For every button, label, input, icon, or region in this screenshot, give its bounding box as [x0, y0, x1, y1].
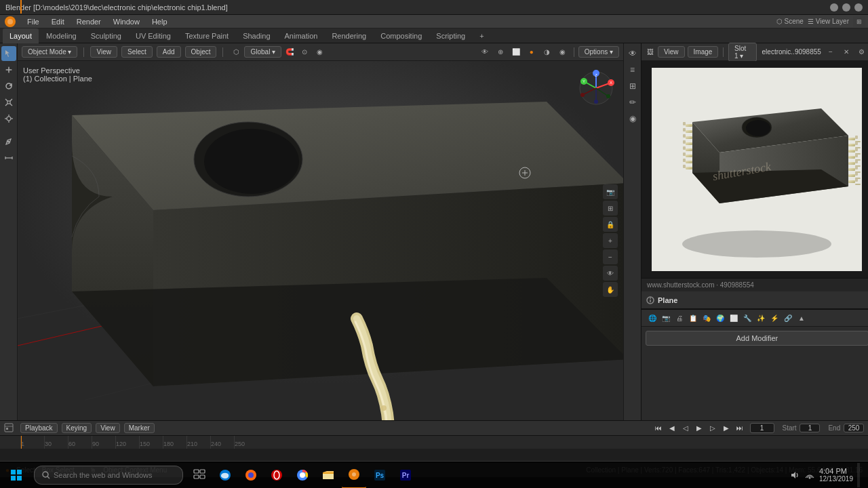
look-icon[interactable]: 👁: [603, 266, 618, 281]
viewport-overlay-icon[interactable]: 👁: [478, 46, 492, 58]
tab-texture-paint[interactable]: Texture Paint: [178, 28, 235, 43]
viewport-options-icon[interactable]: ⊞: [853, 16, 865, 27]
add-modifier-button[interactable]: Add Modifier: [646, 331, 868, 346]
img-close-icon[interactable]: ✕: [840, 46, 853, 58]
window-controls[interactable]: [830, 3, 863, 12]
blender-icon[interactable]: [3, 14, 18, 29]
img-minus-icon[interactable]: −: [824, 46, 837, 58]
tab-uv-editing[interactable]: UV Editing: [129, 28, 178, 43]
start-button[interactable]: [3, 462, 30, 489]
transform-pivot-icon[interactable]: ◉: [313, 46, 326, 58]
menu-file[interactable]: File: [22, 16, 45, 27]
end-frame-input[interactable]: [844, 424, 864, 432]
marker-button[interactable]: Marker: [124, 423, 155, 433]
prop-tab-constraints[interactable]: 🔗: [781, 312, 795, 324]
prop-tab-scene[interactable]: 🌐: [646, 312, 659, 324]
object-mode-button[interactable]: Object Mode: [22, 46, 77, 58]
play-button[interactable]: ▶: [693, 422, 705, 434]
overlay-toggle[interactable]: 👁: [625, 46, 640, 61]
image-viewer-icon[interactable]: 🖼: [646, 46, 655, 58]
taskbar-blender-icon[interactable]: [342, 462, 366, 489]
prop-tab-scene2[interactable]: 🎭: [700, 312, 713, 324]
tab-animation[interactable]: Animation: [278, 28, 325, 43]
object-menu-button[interactable]: Object: [185, 46, 217, 58]
zoom-in-icon[interactable]: +: [603, 233, 618, 248]
proportional-edit-icon[interactable]: ⊙: [298, 46, 311, 58]
view-menu-button[interactable]: View: [90, 46, 117, 58]
pivot-toggle[interactable]: ◉: [625, 111, 640, 126]
tab-rendering[interactable]: Rendering: [325, 28, 373, 43]
taskbar-photoshop-icon[interactable]: Ps: [368, 462, 392, 489]
maximize-button[interactable]: [842, 3, 850, 12]
viewport-canvas[interactable]: User Perspective (1) Collection | Plane …: [18, 61, 623, 420]
viewport-shading-render[interactable]: ◉: [556, 46, 570, 58]
image-slot-button[interactable]: Slot 1 ▾: [728, 43, 756, 62]
taskbar-edge-icon[interactable]: [213, 462, 237, 489]
tab-sculpting[interactable]: Sculpting: [84, 28, 128, 43]
tab-add[interactable]: +: [473, 28, 490, 43]
taskbar-opera-icon[interactable]: [264, 462, 289, 489]
jump-start-button[interactable]: ⏮: [652, 422, 665, 434]
minimize-button[interactable]: [830, 3, 838, 12]
viewport-gizmo-icon[interactable]: ⊕: [494, 46, 507, 58]
tab-compositing[interactable]: Compositing: [374, 28, 429, 43]
next-keyframe-button[interactable]: ▷: [707, 422, 719, 434]
viewport-shading-solid[interactable]: ●: [525, 46, 538, 58]
timeline-view-button[interactable]: View: [96, 423, 120, 433]
next-frame-button[interactable]: ▶: [720, 422, 732, 434]
prev-frame-button[interactable]: ◀: [666, 422, 678, 434]
zoom-out-icon[interactable]: −: [603, 249, 618, 264]
lock-icon[interactable]: 🔒: [603, 217, 618, 232]
prop-tab-view-layer[interactable]: 📋: [686, 312, 700, 324]
prop-tab-render[interactable]: 📷: [659, 312, 673, 324]
prop-tab-data[interactable]: ▲: [795, 312, 808, 324]
menu-render[interactable]: Render: [71, 16, 106, 27]
prop-tab-world[interactable]: 🌍: [713, 312, 727, 324]
options-button[interactable]: Options ▾: [578, 46, 619, 58]
prop-tab-output[interactable]: 🖨: [673, 312, 686, 324]
prop-tab-physics[interactable]: ⚡: [768, 312, 781, 324]
navigation-gizmo[interactable]: Z X Y: [576, 68, 616, 108]
img-settings-icon[interactable]: ⚙: [855, 46, 868, 58]
current-frame-input[interactable]: [750, 423, 774, 433]
taskbar-search-bar[interactable]: [34, 466, 183, 485]
playback-button[interactable]: Playback: [20, 423, 58, 433]
menu-edit[interactable]: Edit: [46, 16, 70, 27]
keying-button[interactable]: Keying: [62, 423, 92, 433]
snap-icon[interactable]: 🧲: [283, 46, 296, 58]
tab-scripting[interactable]: Scripting: [429, 28, 472, 43]
menu-window[interactable]: Window: [108, 16, 145, 27]
taskbar-premiere-icon[interactable]: Pr: [393, 462, 418, 489]
scale-tool-icon[interactable]: [1, 95, 16, 110]
search-input[interactable]: [54, 471, 176, 479]
sidebar-toggle[interactable]: ≡: [625, 62, 640, 77]
viewport-icon-1[interactable]: ⬡: [229, 46, 243, 58]
viewport-shading-material[interactable]: ◑: [540, 46, 554, 58]
taskbar-firefox-icon[interactable]: [239, 462, 263, 489]
taskbar-explorer-icon[interactable]: [316, 462, 340, 489]
measure-tool-icon[interactable]: [1, 150, 16, 165]
viewport-shading-wire[interactable]: ⬜: [509, 46, 523, 58]
prop-tab-particles[interactable]: ✨: [754, 312, 768, 324]
transform-orientation-button[interactable]: Global: [244, 46, 281, 58]
grid-icon[interactable]: ⊞: [603, 201, 618, 216]
start-frame-input[interactable]: [800, 424, 820, 432]
move-tool-icon[interactable]: [1, 62, 16, 77]
show-desktop-button[interactable]: [857, 463, 860, 487]
select-menu-button[interactable]: Select: [121, 46, 153, 58]
menu-help[interactable]: Help: [146, 16, 173, 27]
prop-tab-modifier[interactable]: 🔧: [741, 312, 754, 324]
tab-modeling[interactable]: Modeling: [39, 28, 83, 43]
speaker-icon[interactable]: [789, 470, 800, 481]
image-image-button[interactable]: Image: [688, 46, 719, 58]
task-view-button[interactable]: [187, 462, 212, 489]
select-tool-icon[interactable]: [1, 46, 16, 61]
timeline-ruler[interactable]: 1 30 60 90 120 150 180 210 240 250: [0, 436, 868, 449]
annotate-tool-icon[interactable]: [1, 134, 16, 149]
image-view-button[interactable]: View: [658, 46, 685, 58]
taskbar-chrome-icon[interactable]: [290, 462, 315, 489]
transform-tool-icon[interactable]: [1, 111, 16, 126]
jump-end-button[interactable]: ⏭: [734, 422, 746, 434]
tab-shading[interactable]: Shading: [236, 28, 277, 43]
snap-toggle[interactable]: ⊞: [625, 79, 640, 94]
